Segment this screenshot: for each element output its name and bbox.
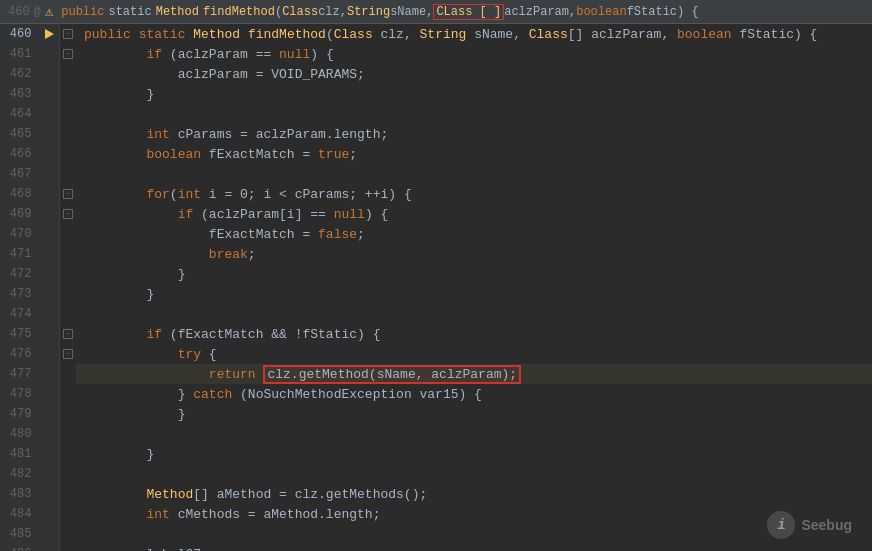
code-line: Method[] aMethod = clz.getMethods(); [76,484,872,504]
token-kw: int [146,507,169,522]
gutter-row: 468 [0,184,59,204]
param-clz: clz, [318,5,347,19]
fold-marker [60,384,76,404]
code-line [76,304,872,324]
line-content: if (fExactMatch && !fStatic) { [76,327,380,342]
token-kw: boolean [146,147,201,162]
watermark-text: Seebug [801,517,852,533]
token-punc: } [146,287,154,302]
fold-marker [60,544,76,551]
line-number: 475 [0,327,39,341]
fold-marker[interactable]: - [60,344,76,364]
token-punc: aclzParam = VOID_PARAMS; [178,67,365,82]
gutter-row: 463 [0,84,59,104]
line-content: if (aclzParam[i] == null) { [76,207,388,222]
at-symbol: @ [34,5,41,19]
code-content[interactable]: public static Method findMethod(Class cl… [76,24,872,551]
gutter-row: 464 [0,104,59,124]
token-kw: catch [193,387,232,402]
gutter-row: 467 [0,164,59,184]
line-content: } [76,267,185,282]
token-punc: } [178,267,186,282]
fold-marker[interactable]: - [60,324,76,344]
line-content: int cMethods = aMethod.length; [76,507,380,522]
open-paren: ( [275,5,282,19]
gutter: 4604614624634644654664674684694704714724… [0,24,60,551]
token-cls: String [420,27,467,42]
code-line: boolean fExactMatch = true; [76,144,872,164]
code-line: return clz.getMethod(sName, aclzParam); [76,364,872,384]
fold-icon[interactable]: - [63,349,73,359]
fold-marker [60,364,76,384]
token-kw: if [146,327,162,342]
fold-marker [60,404,76,424]
gutter-row: 473 [0,284,59,304]
code-line: } catch (NoSuchMethodException var15) { [76,384,872,404]
fold-icon[interactable]: - [63,49,73,59]
token-punc: clz, [373,27,420,42]
code-line: try { [76,344,872,364]
gutter-row: 466 [0,144,59,164]
line-content: } [76,447,154,462]
header-row: 460 @ ⚠ public static Method findMethod … [0,0,872,24]
code-line: if (aclzParam[i] == null) { [76,204,872,224]
gutter-row: 469 [0,204,59,224]
line-number: 463 [0,87,39,101]
line-content [76,427,92,442]
fold-marker [60,164,76,184]
line-indicator: 460 [8,5,30,19]
line-number: 477 [0,367,39,381]
line-content: break; [76,247,256,262]
token-kw: break [209,247,248,262]
code-line: } [76,264,872,284]
token-punc: } [178,407,186,422]
line-number: 483 [0,487,39,501]
keyword-static: static [108,5,151,19]
fold-marker [60,224,76,244]
token-kw: boolean [677,27,732,42]
fold-icon[interactable]: - [63,209,73,219]
token-punc: { [201,347,217,362]
param-aclz: aclzParam, [504,5,576,19]
code-area: 4604614624634644654664674684694704714724… [0,24,872,551]
gutter-row: 486 [0,544,59,551]
keyword-public: public [61,5,104,19]
fold-marker[interactable]: - [60,44,76,64]
fold-marker[interactable]: - [60,24,76,44]
line-number: 466 [0,147,39,161]
token-cls: Class [334,27,373,42]
fold-marker [60,524,76,544]
line-number: 460 [0,27,39,41]
gutter-row: 471 [0,244,59,264]
fold-icon[interactable]: - [63,329,73,339]
code-line [76,424,872,444]
token-kw: if [146,47,162,62]
line-content: } [76,287,154,302]
fold-marker[interactable]: - [60,204,76,224]
code-line: } [76,284,872,304]
param-classarray-highlight: CLass [ ] [433,4,504,20]
token-punc: label67: [146,547,208,552]
line-number: 470 [0,227,39,241]
fold-marker[interactable]: - [60,184,76,204]
code-line: aclzParam = VOID_PARAMS; [76,64,872,84]
token-kw: if [178,207,194,222]
token-punc: ( [170,187,178,202]
token-kw: false [318,227,357,242]
line-number: 474 [0,307,39,321]
code-line [76,104,872,124]
line-number: 480 [0,427,39,441]
gutter-row: 481 [0,444,59,464]
line-number: 484 [0,507,39,521]
line-content [76,307,92,322]
fold-icon[interactable]: - [63,189,73,199]
param-string: String [347,5,390,19]
code-line: int cMethods = aMethod.length; [76,504,872,524]
fold-marker [60,304,76,324]
gutter-row: 460 [0,24,59,44]
token-punc: [] aMethod = clz.getMethods(); [193,487,427,502]
fold-marker [60,464,76,484]
fold-icon[interactable]: - [63,29,73,39]
line-content: try { [76,347,217,362]
line-content: if (aclzParam == null) { [76,47,334,62]
